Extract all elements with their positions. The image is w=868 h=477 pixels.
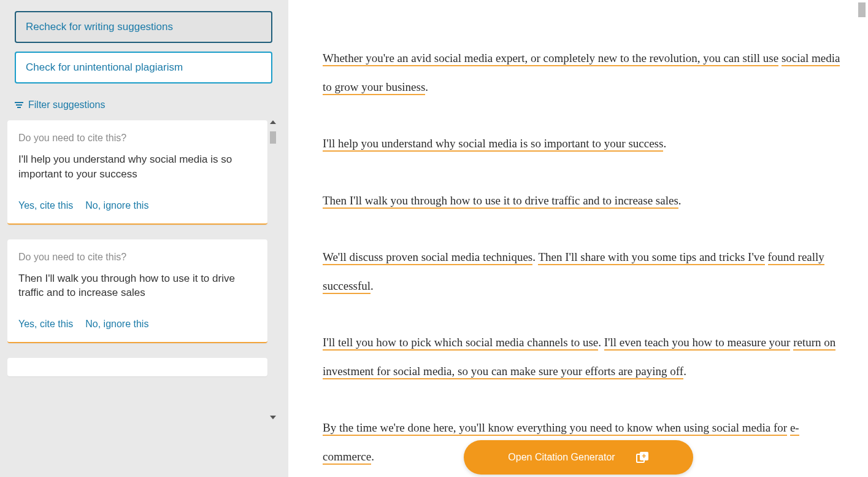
filter-label: Filter suggestions — [28, 99, 105, 111]
cite-yes-link[interactable]: Yes, cite this — [18, 319, 73, 330]
paragraph: I'll help you understand why social medi… — [323, 130, 843, 158]
document-content[interactable]: Whether you're an avid social media expe… — [323, 44, 843, 477]
scroll-up-icon[interactable] — [270, 120, 276, 124]
scroll-down-icon[interactable] — [270, 416, 276, 419]
paragraph: Whether you're an avid social media expe… — [323, 44, 843, 101]
flagged-text[interactable]: I'll tell you how to pick which social m… — [323, 336, 598, 351]
flagged-text[interactable]: Then I'll walk you through how to use it… — [323, 194, 678, 209]
flagged-text[interactable]: I'll help you understand why social medi… — [323, 137, 663, 152]
card-text: I'll help you understand why social medi… — [18, 152, 256, 182]
sidebar: Recheck for writing suggestions Check fo… — [0, 0, 288, 477]
flagged-text[interactable]: Whether you're an avid social media expe… — [323, 52, 778, 66]
cite-yes-link[interactable]: Yes, cite this — [18, 200, 73, 211]
card-text: Then I'll walk you through how to use it… — [18, 271, 256, 301]
card-question: Do you need to cite this? — [18, 133, 256, 144]
flagged-text[interactable]: I'll even teach you how to measure your — [604, 336, 791, 351]
filter-suggestions[interactable]: Filter suggestions — [7, 97, 112, 120]
recheck-button[interactable]: Recheck for writing suggestions — [15, 11, 272, 43]
suggestions-list: Do you need to cite this? I'll help you … — [7, 120, 281, 477]
flagged-text[interactable]: We'll discuss proven social media techni… — [323, 250, 532, 265]
flagged-text[interactable]: Then I'll share with you some tips and t… — [538, 250, 764, 265]
cite-no-link[interactable]: No, ignore this — [85, 200, 148, 211]
cite-no-link[interactable]: No, ignore this — [85, 319, 148, 330]
paragraph: We'll discuss proven social media techni… — [323, 243, 843, 300]
app-root: Recheck for writing suggestions Check fo… — [0, 0, 868, 477]
paragraph: I'll tell you how to pick which social m… — [323, 328, 843, 386]
filter-icon — [15, 102, 23, 108]
paragraph: Then I'll walk you through how to use it… — [323, 187, 843, 215]
suggestion-card[interactable]: Do you need to cite this? I'll help you … — [7, 120, 267, 225]
cta-label: Open Citation Generator — [508, 452, 615, 463]
card-actions: Yes, cite this No, ignore this — [18, 319, 256, 330]
sidebar-scrollbar[interactable] — [269, 120, 277, 477]
flagged-text[interactable]: By the time we're done here, you'll know… — [323, 421, 787, 436]
add-citation-icon: + — [636, 452, 648, 463]
open-citation-generator-button[interactable]: Open Citation Generator + — [464, 440, 693, 475]
main-scroll-thumb[interactable] — [858, 2, 866, 17]
suggestions-scroll[interactable]: Do you need to cite this? I'll help you … — [7, 120, 281, 477]
document-area: Whether you're an avid social media expe… — [288, 0, 868, 477]
scroll-thumb[interactable] — [270, 131, 276, 144]
card-actions: Yes, cite this No, ignore this — [18, 200, 256, 211]
card-question: Do you need to cite this? — [18, 252, 256, 263]
suggestion-card-collapsed[interactable] — [7, 358, 267, 376]
plagiarism-button[interactable]: Check for unintentional plagiarism — [15, 52, 272, 83]
suggestion-card[interactable]: Do you need to cite this? Then I'll walk… — [7, 239, 267, 344]
